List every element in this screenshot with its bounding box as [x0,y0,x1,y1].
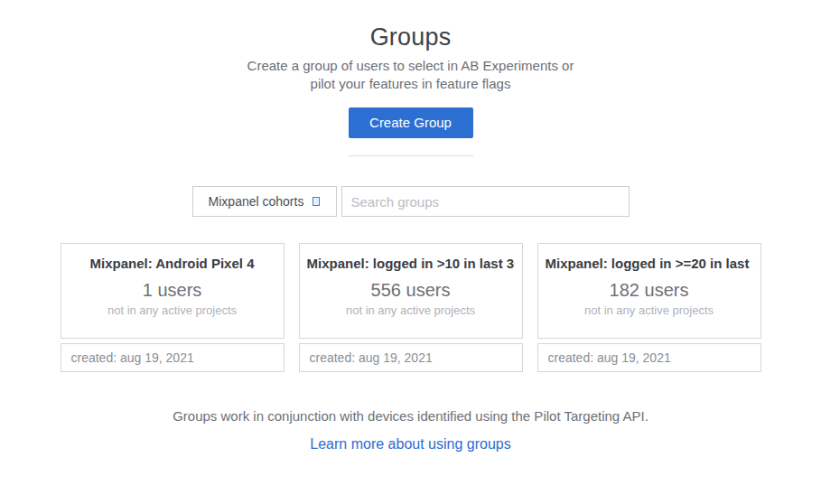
subtitle-line-1: Create a group of users to select in AB … [247,58,574,73]
filter-bar: Mixpanel cohorts [0,186,821,217]
group-projects-note: not in any active projects [546,303,753,318]
group-card-body: Mixpanel: logged in >=20 in last 30... 1… [537,243,761,339]
source-dropdown-value: Mixpanel cohorts [209,194,304,209]
group-users-count: 182 users [546,279,753,301]
group-created-date: created: aug 19, 2021 [537,343,761,372]
group-card-body: Mixpanel: logged in >10 in last 30 ... 5… [299,243,523,339]
group-name: Mixpanel: Android Pixel 4 [69,256,276,271]
group-card-list: Mixpanel: Android Pixel 4 1 users not in… [0,243,821,372]
page-title: Groups [0,23,821,51]
group-projects-note: not in any active projects [69,303,276,318]
page-header: Groups Create a group of users to select… [0,23,821,156]
learn-more-link[interactable]: Learn more about using groups [310,436,510,452]
group-created-date: created: aug 19, 2021 [299,343,523,372]
group-users-count: 1 users [69,279,276,301]
create-group-button-row: Create Group [0,107,821,138]
page-subtitle: Create a group of users to select in AB … [0,57,821,93]
create-group-button[interactable]: Create Group [349,107,473,138]
footer-link-row: Learn more about using groups [0,436,821,453]
page-footer: Groups work in conjunction with devices … [0,408,821,453]
group-card[interactable]: Mixpanel: logged in >=20 in last 30... 1… [537,243,761,372]
group-created-date: created: aug 19, 2021 [61,343,285,372]
subtitle-line-2: pilot your features in feature flags [311,76,511,91]
source-dropdown[interactable]: Mixpanel cohorts [192,186,337,217]
group-name: Mixpanel: logged in >=20 in last 30... [546,256,753,271]
group-users-count: 556 users [307,279,515,301]
footer-info-text: Groups work in conjunction with devices … [0,408,821,425]
group-card[interactable]: Mixpanel: Android Pixel 4 1 users not in… [61,243,285,372]
group-card-body: Mixpanel: Android Pixel 4 1 users not in… [61,243,285,339]
group-card[interactable]: Mixpanel: logged in >10 in last 30 ... 5… [299,243,523,372]
group-name: Mixpanel: logged in >10 in last 30 ... [307,256,515,271]
header-divider [349,155,473,156]
search-box [341,186,630,217]
group-projects-note: not in any active projects [307,303,515,318]
search-input[interactable] [341,186,630,217]
groups-page: Groups Create a group of users to select… [0,0,821,504]
square-outline-icon [313,197,320,206]
